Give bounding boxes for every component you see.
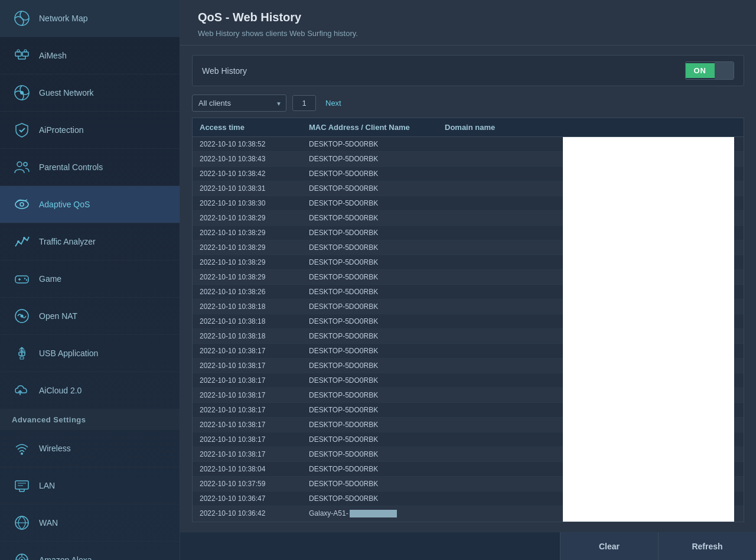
- web-history-table: Access time MAC Address / Client Name Do…: [192, 118, 744, 522]
- sidebar: Network Map AiMesh Guest Network: [0, 0, 180, 560]
- svg-point-11: [17, 240, 19, 243]
- sidebar-item-wireless[interactable]: Wireless: [0, 430, 180, 467]
- cell-time: 2022-10-10 10:38:18: [200, 317, 309, 325]
- cell-client: DESKTOP-5DO0RBK: [309, 170, 445, 178]
- sidebar-item-label: Parental Controls: [39, 162, 103, 172]
- clear-button[interactable]: Clear: [560, 532, 658, 560]
- aiprotection-icon: [12, 120, 32, 140]
- svg-point-7: [17, 162, 22, 167]
- cell-time: 2022-10-10 10:38:17: [200, 362, 309, 370]
- wan-icon: [12, 513, 32, 533]
- cell-client: DESKTOP-5DO0RBK: [309, 273, 445, 281]
- sidebar-item-guest-network[interactable]: Guest Network: [0, 74, 180, 112]
- sidebar-item-label: Network Map: [39, 14, 87, 23]
- content-area: Web History ON All clients ▼ Next Access…: [180, 45, 756, 532]
- cell-client: DESKTOP-5DO0RBK: [309, 362, 445, 370]
- network-map-icon: [12, 8, 32, 28]
- sidebar-item-label: WAN: [39, 518, 58, 528]
- svg-point-8: [24, 162, 27, 166]
- svg-point-12: [23, 237, 25, 239]
- cell-client: DESKTOP-5DO0RBK: [309, 214, 445, 222]
- sidebar-item-open-nat[interactable]: Open NAT: [0, 298, 180, 335]
- col-mac-client: MAC Address / Client Name: [309, 123, 445, 132]
- sidebar-item-game[interactable]: Game: [0, 261, 180, 298]
- sidebar-item-traffic-analyzer[interactable]: Traffic Analyzer: [0, 223, 180, 261]
- cell-time: 2022-10-10 10:38:29: [200, 229, 309, 237]
- sidebar-item-label: Adaptive QoS: [39, 200, 90, 209]
- page-title: QoS - Web History: [198, 11, 738, 24]
- toggle-on-label: ON: [686, 63, 715, 78]
- web-history-label: Web History: [202, 66, 685, 76]
- cell-time: 2022-10-10 10:38:17: [200, 376, 309, 385]
- cell-client: DESKTOP-5DO0RBK: [309, 376, 445, 385]
- sidebar-item-aicloud[interactable]: AiCloud 2.0: [0, 372, 180, 409]
- cell-client: DESKTOP-5DO0RBK: [309, 332, 445, 340]
- game-icon: [12, 269, 32, 289]
- cell-time: 2022-10-10 10:38:29: [200, 214, 309, 222]
- sidebar-item-aimesh[interactable]: AiMesh: [0, 37, 180, 74]
- client-select[interactable]: All clients: [192, 95, 286, 112]
- cell-client: DESKTOP-5DO0RBK: [309, 243, 445, 252]
- wireless-icon: [12, 438, 32, 458]
- client-select-wrapper: All clients ▼: [192, 95, 286, 112]
- adaptive-qos-icon: [12, 194, 32, 214]
- sidebar-item-network-map[interactable]: Network Map: [0, 0, 180, 37]
- table-body: 2022-10-10 10:38:52DESKTOP-5DO0RBK2022-1…: [193, 137, 744, 522]
- table-header: Access time MAC Address / Client Name Do…: [193, 118, 744, 137]
- cell-client: DESKTOP-5DO0RBK: [309, 465, 445, 473]
- footer-buttons: Clear Refresh: [180, 532, 756, 560]
- svg-rect-20: [20, 357, 24, 359]
- cell-time: 2022-10-10 10:36:47: [200, 494, 309, 503]
- svg-rect-18: [20, 351, 22, 353]
- sidebar-item-wan[interactable]: WAN: [0, 504, 180, 542]
- cell-time: 2022-10-10 10:38:29: [200, 258, 309, 266]
- sidebar-item-label: Traffic Analyzer: [39, 237, 96, 246]
- next-button[interactable]: Next: [322, 96, 345, 110]
- sidebar-item-label: Open NAT: [39, 311, 77, 321]
- svg-point-21: [21, 452, 23, 455]
- cell-time: 2022-10-10 10:38:18: [200, 332, 309, 340]
- cell-time: 2022-10-10 10:38:17: [200, 347, 309, 355]
- cell-time: 2022-10-10 10:38:42: [200, 170, 309, 178]
- sidebar-item-usb-application[interactable]: USB Application: [0, 335, 180, 372]
- svg-point-4: [24, 50, 27, 52]
- sidebar-item-label: LAN: [39, 481, 55, 490]
- aicloud-icon: [12, 380, 32, 401]
- svg-rect-2: [22, 52, 28, 56]
- cell-time: 2022-10-10 10:38:17: [200, 450, 309, 458]
- cell-time: 2022-10-10 10:38:43: [200, 155, 309, 163]
- refresh-button[interactable]: Refresh: [658, 532, 756, 560]
- svg-rect-22: [15, 481, 28, 489]
- sidebar-item-adaptive-qos[interactable]: Adaptive QoS: [0, 186, 180, 223]
- sidebar-item-lan[interactable]: LAN: [0, 467, 180, 504]
- sidebar-item-label: AiMesh: [39, 51, 67, 60]
- cell-client: DESKTOP-5DO0RBK: [309, 347, 445, 355]
- open-nat-icon: [12, 306, 32, 326]
- cell-time: 2022-10-10 10:38:26: [200, 288, 309, 296]
- cell-time: 2022-10-10 10:38:52: [200, 140, 309, 148]
- page-number-input[interactable]: [292, 95, 316, 111]
- cell-client: DESKTOP-5DO0RBK: [309, 140, 445, 148]
- traffic-analyzer-icon: [12, 232, 32, 252]
- svg-point-14: [24, 278, 25, 279]
- cell-time: 2022-10-10 10:38:17: [200, 421, 309, 429]
- sidebar-item-label: AiProtection: [39, 125, 83, 135]
- sidebar-item-aiprotection[interactable]: AiProtection: [0, 112, 180, 149]
- lan-icon: [12, 476, 32, 496]
- sidebar-item-amazon-alexa[interactable]: Amazon Alexa: [0, 542, 180, 560]
- cell-client: DESKTOP-5DO0RBK: [309, 184, 445, 193]
- sidebar-item-parental-controls[interactable]: Parental Controls: [0, 149, 180, 186]
- domain-white-area: [563, 137, 734, 522]
- col-access-time: Access time: [200, 123, 309, 132]
- svg-point-17: [21, 315, 24, 318]
- sidebar-item-label: Amazon Alexa: [39, 555, 92, 560]
- web-history-toggle[interactable]: ON: [685, 61, 735, 80]
- parental-controls-icon: [12, 157, 32, 177]
- toggle-off-area: [715, 62, 734, 79]
- cell-client: DESKTOP-5DO0RBK: [309, 288, 445, 296]
- cell-client: DESKTOP-5DO0RBK: [309, 317, 445, 325]
- guest-network-icon: [12, 83, 32, 103]
- cell-client: DESKTOP-5DO0RBK: [309, 435, 445, 444]
- amazon-alexa-icon: [12, 550, 32, 560]
- cell-client: DESKTOP-5DO0RBK: [309, 494, 445, 503]
